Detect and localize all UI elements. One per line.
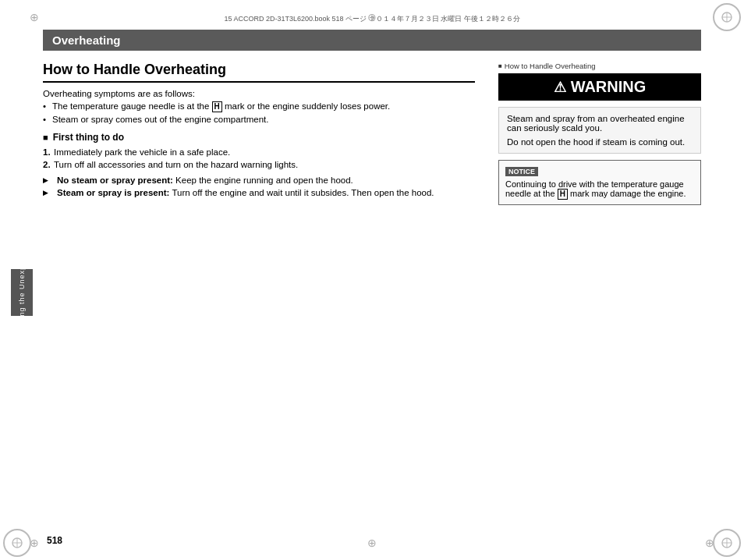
notice-box: NOTICE Continuing to drive with the temp… (498, 160, 701, 205)
sidebar-label: Handling the Unexpected (18, 244, 26, 341)
page-number: 518 (47, 535, 62, 546)
circle-bottom-right (713, 529, 741, 557)
right-column: How to Handle Overheating ⚠ WARNING Stea… (498, 62, 701, 537)
section-header: Overheating (43, 30, 701, 51)
first-thing-label: First thing to do (43, 132, 475, 143)
intro-text: Overheating symptoms are as follows: (43, 89, 475, 98)
crosshair-bottom-mid: ⊕ (367, 537, 377, 549)
circle-bottom-left (3, 529, 31, 557)
warning-box: ⚠ WARNING (498, 73, 701, 101)
crosshair-top-left: ⊕ (30, 11, 39, 23)
list-item: Steam or spray comes out of the engine c… (43, 115, 475, 124)
sidebar-tab: Handling the Unexpected (11, 269, 33, 316)
arrow-steam-present: Steam or spray is present: Turn off the … (43, 188, 475, 197)
arrow-bold: No steam or spray present: (57, 175, 173, 185)
warning-triangle-icon: ⚠ (554, 79, 566, 96)
page-title: How to Handle Overheating (43, 62, 475, 83)
circle-top-right (713, 3, 741, 31)
list-item: 1.Immediately park the vehicle in a safe… (43, 147, 475, 157)
left-column: How to Handle Overheating Overheating sy… (43, 62, 483, 537)
notice-text: Continuing to drive with the temperature… (505, 179, 694, 200)
h-mark-notice: H (558, 189, 568, 200)
numbered-list: 1.Immediately park the vehicle in a safe… (43, 147, 475, 169)
warning-line-2: Do not open the hood if steam is coming … (507, 137, 693, 147)
main-content: Overheating How to Handle Overheating Ov… (43, 30, 701, 537)
warning-line-1: Steam and spray from an overheated engin… (507, 114, 693, 133)
warning-label: WARNING (571, 78, 647, 96)
arrow-bold: Steam or spray is present: (57, 188, 169, 197)
warning-body: Steam and spray from an overheated engin… (498, 107, 701, 154)
notice-label: NOTICE (505, 167, 538, 176)
arrow-no-steam: No steam or spray present: Keep the engi… (43, 175, 475, 185)
breadcrumb: How to Handle Overheating (498, 62, 701, 70)
warning-title: ⚠ WARNING (506, 78, 693, 96)
list-item: 2.Turn off all accessories and turn on t… (43, 160, 475, 169)
list-item: The temperature gauge needle is at the H… (43, 101, 475, 112)
h-mark: H (212, 101, 222, 112)
content-area: How to Handle Overheating Overheating sy… (43, 62, 701, 537)
crosshair-top-mid: ⊕ (367, 11, 377, 23)
bullet-list: The temperature gauge needle is at the H… (43, 101, 475, 124)
